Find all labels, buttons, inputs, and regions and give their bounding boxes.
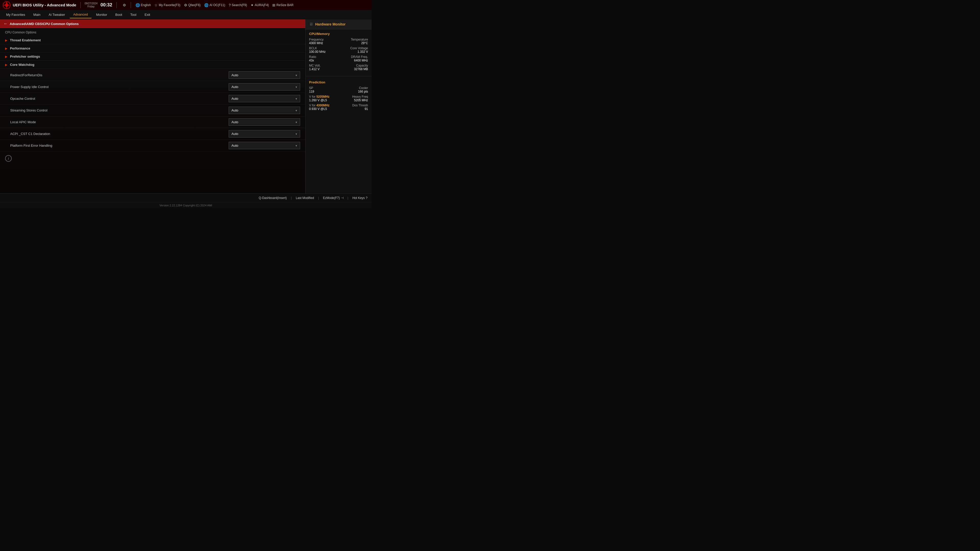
expand-arrow-icon-3: ▶ <box>5 55 7 59</box>
setting-row-platform-error[interactable]: Platform First Error Handling Auto <box>0 140 305 151</box>
main-layout: ← Advanced\AMD CBS\CPU Common Options CP… <box>0 19 372 193</box>
aura-label: AURA(F4) <box>255 3 269 7</box>
nav-my-favorites[interactable]: My Favorites <box>3 11 29 18</box>
toolbar-search[interactable]: ? Search(F9) <box>229 3 247 7</box>
toolbar-my-favorite[interactable]: ☆ My Favorite(F3) <box>154 3 180 7</box>
v-5205-value: 1.260 V @L5 <box>309 98 329 102</box>
setting-row-streaming-stores[interactable]: Streaming Stores Control Auto <box>0 105 305 116</box>
menu-performance-label: Performance <box>10 46 30 50</box>
setting-label-opcache: Opcache Control <box>10 97 229 100</box>
toolbar-aioc[interactable]: 🌐 AI OC(F11) <box>204 3 225 7</box>
dropdown-wrapper-platform-error[interactable]: Auto <box>229 142 300 149</box>
cooler-label: Cooler <box>358 86 368 90</box>
dropdown-wrapper-opcache[interactable]: Auto <box>229 95 300 102</box>
sidebar-title: Hardware Monitor <box>315 22 345 26</box>
back-arrow-icon[interactable]: ← <box>3 21 8 26</box>
heavy-freq-value: 5205 MHz <box>352 98 368 102</box>
temperature-value: 29°C <box>351 41 368 45</box>
ez-mode-button[interactable]: EzMode(F7) ⊣ <box>323 196 343 200</box>
nav-tool[interactable]: Tool <box>127 11 140 18</box>
capacity-label: Capacity <box>354 64 368 67</box>
nav-ai-tweaker[interactable]: Ai Tweaker <box>45 11 68 18</box>
setting-row-power-supply[interactable]: Power Supply Idle Control Auto <box>0 81 305 93</box>
top-bar: UEFI BIOS Utility - Advanced Mode 09/27/… <box>0 0 372 10</box>
setting-label-platform-error: Platform First Error Handling <box>10 144 229 148</box>
dropdown-wrapper-acpi-cst[interactable]: Auto <box>229 130 300 138</box>
core-voltage-value: 1.332 V <box>350 50 368 54</box>
toolbar-aura[interactable]: ✦ AURA(F4) <box>251 3 269 7</box>
frequency-value: 4300 MHz <box>309 41 324 45</box>
dropdown-wrapper-redirect[interactable]: Auto <box>229 71 300 79</box>
setting-row-local-apic[interactable]: Local APIC Mode Auto <box>0 116 305 128</box>
sp-label: SP <box>309 86 314 90</box>
dos-thresh-label: Dos Thresh <box>352 103 368 107</box>
setting-label-power-supply: Power Supply Idle Control <box>10 85 229 89</box>
menu-section: ▶ Thread Enablement ▶ Performance ▶ Pref… <box>0 36 305 69</box>
dropdown-opcache[interactable]: Auto <box>229 95 300 102</box>
ez-mode-label: EzMode(F7) <box>323 196 340 200</box>
v-for-4300-label: V for 4300MHz <box>309 103 329 107</box>
menu-core-watchdog-label: Core Watchdog <box>10 63 35 67</box>
expand-arrow-icon-2: ▶ <box>5 47 7 50</box>
sidebar-header: 🖥 Hardware Monitor <box>305 19 372 29</box>
setting-row-acpi-cst[interactable]: ACPI _CST C1 Declaration Auto <box>0 128 305 140</box>
my-favorite-label: My Favorite(F3) <box>159 3 180 7</box>
hot-keys-button[interactable]: Hot Keys ? <box>352 196 368 200</box>
info-icon[interactable]: i <box>5 155 12 162</box>
footer-text: Version 2.22.1284 Copyright (C) 2024 AMI <box>159 204 212 207</box>
section-title: CPU Common Options <box>0 28 305 36</box>
menu-prefetcher[interactable]: ▶ Prefetcher settings <box>0 52 305 61</box>
dropdown-streaming-stores[interactable]: Auto <box>229 106 300 114</box>
english-label: English <box>141 3 151 7</box>
toolbar-resizebar[interactable]: ⊞ ReSize BAR <box>272 3 293 7</box>
dropdown-power-supply[interactable]: Auto <box>229 83 300 91</box>
toolbar-english[interactable]: 🌐 English <box>135 3 151 7</box>
dram-freq-label: DRAM Freq. <box>351 55 368 59</box>
ratio-label: Ratio <box>309 55 316 59</box>
mc-volt-value: 1.412 V <box>309 67 321 71</box>
nav-main[interactable]: Main <box>30 11 44 18</box>
search-label: Search(F9) <box>232 3 247 7</box>
menu-prefetcher-label: Prefetcher settings <box>10 55 40 59</box>
menu-core-watchdog[interactable]: ▶ Core Watchdog <box>0 61 305 69</box>
dropdown-wrapper-power-supply[interactable]: Auto <box>229 83 300 91</box>
bios-title: UEFI BIOS Utility - Advanced Mode <box>13 3 76 7</box>
temperature-label: Temperature <box>351 38 368 41</box>
setting-row-opcache[interactable]: Opcache Control Auto <box>0 93 305 105</box>
nav-boot[interactable]: Boot <box>112 11 126 18</box>
dropdown-redirect[interactable]: Auto <box>229 71 300 79</box>
rog-logo-icon <box>3 1 11 9</box>
nav-exit[interactable]: Exit <box>141 11 154 18</box>
menu-thread-enablement-label: Thread Enablement <box>10 38 41 42</box>
hot-keys-icon: ? <box>366 196 368 200</box>
heavy-freq-label: Heavy Freq <box>352 95 368 98</box>
nav-menu: My Favorites Main Ai Tweaker Advanced Mo… <box>0 10 372 19</box>
nav-advanced[interactable]: Advanced <box>70 11 92 18</box>
nav-monitor[interactable]: Monitor <box>93 11 111 18</box>
frequency-row: Frequency 4300 MHz Temperature 29°C <box>309 38 368 45</box>
ratio-row: Ratio 43x DRAM Freq. 6400 MHz <box>309 55 368 62</box>
dropdown-wrapper-local-apic[interactable]: Auto <box>229 118 300 126</box>
capacity-value: 32768 MB <box>354 67 368 71</box>
monitor-icon: 🖥 <box>309 22 313 27</box>
bottom-bar: Q-Dashboard(Insert) | Last Modified | Ez… <box>0 193 372 202</box>
menu-performance[interactable]: ▶ Performance <box>0 44 305 52</box>
breadcrumb-path: Advanced\AMD CBS\CPU Common Options <box>10 22 79 26</box>
menu-thread-enablement[interactable]: ▶ Thread Enablement <box>0 36 305 44</box>
toolbar-qfan[interactable]: ⚙ Qfan(F6) <box>184 3 200 7</box>
dos-thresh-value: 91 <box>352 107 368 111</box>
setting-row-redirect[interactable]: RedirectForReturnDis Auto <box>0 69 305 81</box>
q-dashboard-button[interactable]: Q-Dashboard(Insert) <box>259 196 287 200</box>
dropdown-acpi-cst[interactable]: Auto <box>229 130 300 138</box>
dropdown-wrapper-streaming-stores[interactable]: Auto <box>229 106 300 114</box>
last-modified-button[interactable]: Last Modified <box>296 196 314 200</box>
prediction-section: Prediction SP 119 Cooler 166 pts V for 5… <box>305 78 372 114</box>
bclk-label: BCLK <box>309 46 326 50</box>
sp-value: 119 <box>309 90 314 94</box>
toolbar-settings[interactable]: ⚙ <box>123 3 126 7</box>
v-4300-value: 0.930 V @L5 <box>309 107 329 111</box>
mc-volt-label: MC Volt. <box>309 64 321 67</box>
settings-icon: ⚙ <box>123 3 126 7</box>
dropdown-platform-error[interactable]: Auto <box>229 142 300 149</box>
dropdown-local-apic[interactable]: Auto <box>229 118 300 126</box>
